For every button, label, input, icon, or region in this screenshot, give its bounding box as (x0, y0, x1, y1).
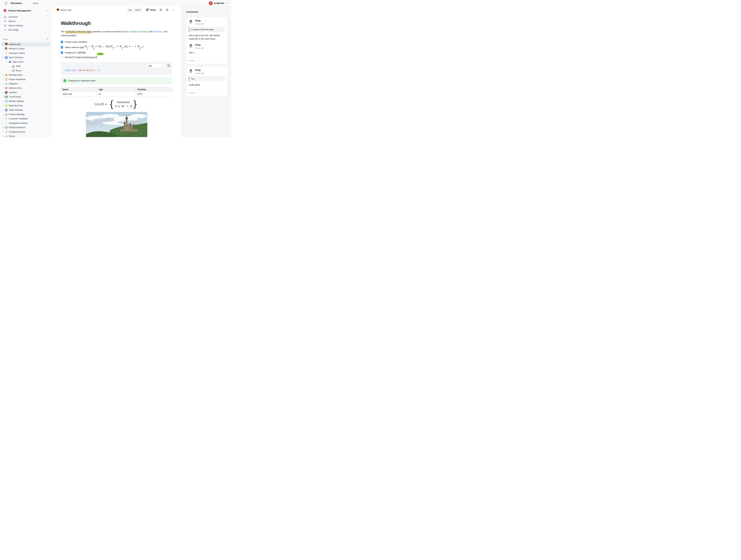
intro-paragraph: The Company Overview page provides a con… (61, 30, 171, 38)
page-tree-item-staff[interactable]: Staff (1, 64, 50, 68)
checkbox-checked[interactable] (61, 52, 63, 54)
comment-header: Philip 4 days ago (189, 69, 225, 74)
page-tree-item-diagrams[interactable]: ›Diagrams (1, 81, 50, 86)
page-tree-item-execs[interactable]: ›Execs (1, 68, 50, 73)
blue-link-text[interactable]: business (153, 30, 162, 33)
share-label: Share (150, 9, 156, 11)
page-title-label: Walkthrough (9, 43, 21, 46)
docmost-app: Docmost Home AI ACME INC PM Product Mana… (0, 0, 231, 137)
sidebar-item-overview[interactable]: Overview (0, 15, 51, 19)
checkbox-checked[interactable] (61, 46, 63, 49)
workspace-switcher[interactable]: AI ACME INC (209, 1, 231, 5)
app-logo[interactable]: Docmost (11, 2, 22, 5)
workspace-avatar: AI (209, 1, 213, 5)
page-tree-item-mission-vision[interactable]: ›Mission & Vision (1, 47, 50, 51)
page-tree-item-walkthrough[interactable]: ›Walkthrough (1, 42, 50, 47)
bullet-icon (2, 118, 4, 119)
page-tree-item-marketing-plan[interactable]: Marketing Plan (1, 103, 50, 108)
chevron-right-icon[interactable]: › (2, 82, 4, 85)
reply-input[interactable]: Reply... (189, 91, 225, 94)
left-brace: { (109, 100, 114, 108)
page-tree-item-sales-team[interactable]: ›Sales Team (1, 60, 50, 64)
table-cell[interactable]: Jane Doe (61, 91, 97, 97)
pin-icon (5, 122, 8, 124)
breadcrumb[interactable]: Walkthrough (57, 9, 71, 11)
page-tree-item-competitor-analysis[interactable]: Competitor Analysis (1, 121, 50, 125)
nav-home[interactable]: Home (33, 2, 39, 4)
more-options-button[interactable]: ⋯ (172, 9, 175, 11)
bullet-icon (2, 88, 4, 88)
top-bar-left: Docmost Home (0, 2, 39, 5)
sidebar-item-new-page[interactable]: New page (0, 27, 51, 32)
page-tree-item-vacation[interactable]: Vacation (1, 90, 50, 95)
sidebar-collapse-icon[interactable] (5, 2, 8, 5)
page-tree-item-meeting-notes[interactable]: Meeting Notes (1, 73, 50, 77)
paragraph-text: provides a concise summary of our (92, 30, 129, 33)
page-tree-item-weekly-updates[interactable]: Weekly Updates (1, 99, 50, 104)
code-token: ; (95, 69, 96, 71)
page-title-label: Travel Policy (9, 96, 21, 98)
todo-text: Create sales workflow (65, 41, 87, 43)
page-title-label: Mission & Vision (9, 48, 24, 50)
chevron-right-icon[interactable]: › (2, 48, 4, 50)
comment-card: Philip 4 days ago TwoLooks good. Reply..… (186, 66, 227, 97)
sidebar-item-search[interactable]: Search (0, 19, 51, 23)
collaborator-cursor-label: Philip (97, 53, 104, 55)
reply-input[interactable]: Reply... (189, 59, 225, 62)
page-tree-item-sales-strategy[interactable]: Sales Strategy (1, 108, 50, 112)
email-icon (5, 117, 8, 120)
pages-menu-button[interactable]: ⋯ (42, 38, 45, 41)
table-of-contents-icon[interactable] (166, 8, 169, 11)
add-page-button[interactable] (46, 38, 50, 41)
green-link-text[interactable]: company's history (129, 30, 147, 33)
math-block: L(A, Z) ≃ { functions V × W → Z } (61, 100, 172, 108)
share-button[interactable]: Share (146, 8, 156, 11)
page-tree-item-okrs-kpis[interactable]: OKRs & KPIs (1, 86, 50, 90)
flag-ar-icon (5, 100, 8, 103)
math-relation: ≃ (105, 103, 107, 106)
bullet-icon (2, 101, 4, 102)
page-tree-item-product-backlog[interactable]: Product Backlog (1, 112, 50, 117)
page-tree-item-travel-policy[interactable]: Travel Policy (1, 95, 50, 99)
page-tree-item-company-values[interactable]: Company Values (1, 51, 50, 55)
divider (189, 57, 225, 57)
page-tree-item-team-directory[interactable]: ›Team Directory (1, 55, 50, 60)
user-mention-chip[interactable]: @Philip (77, 51, 86, 54)
edit-mode-button[interactable]: Edit (127, 8, 134, 12)
copy-code-button[interactable] (167, 64, 170, 67)
math-lhs: L (94, 103, 96, 106)
chevron-right-icon[interactable]: › (2, 43, 4, 46)
todo-item: Assigned to @Philip (61, 51, 181, 54)
page-link[interactable]: Project Roadmap (75, 56, 93, 59)
code-content[interactable]: <?php echo "Hello World!"; ?> (64, 69, 169, 71)
read-mode-button[interactable]: Read (134, 8, 142, 12)
sidebar-item-space-settings[interactable]: Space settings (0, 23, 51, 27)
space-switcher[interactable]: PM Product Management (0, 8, 51, 13)
page-tree: ›Walkthrough›Mission & VisionCompany Val… (0, 42, 51, 137)
comment-card: Philip 4 days ago Company Overview pageW… (186, 17, 227, 64)
comments-panel: Comments Philip 4 days ago Company Overv… (181, 6, 231, 137)
table-header-cell: Age (97, 87, 136, 91)
paragraph-text: The (61, 30, 65, 33)
cyclist-icon (5, 135, 8, 137)
page-tree-item-project-roadmap[interactable]: Project Roadmap (1, 77, 50, 81)
quoted-text: Company Overview page (189, 27, 225, 32)
page-tree-item-company-events[interactable]: Company Events (1, 130, 50, 134)
page-tree-item-customer-feedback[interactable]: Customer Feedback (1, 117, 50, 121)
checkbox-unchecked[interactable] (61, 56, 63, 58)
page-tree-item-financial-reports[interactable]: Financial Reports (1, 125, 50, 130)
chevron-down-icon[interactable]: › (2, 56, 4, 58)
chevron-down-icon[interactable]: › (5, 61, 8, 63)
language-select[interactable]: php (147, 63, 165, 68)
page-title-label: Execs (16, 69, 22, 72)
code-token (96, 69, 98, 71)
page-tree-item-sports[interactable]: Sports (1, 134, 50, 137)
diamond-icon (5, 82, 8, 85)
comments-toggle-icon[interactable] (159, 8, 162, 11)
check-circle-icon (63, 79, 66, 82)
table-cell[interactable]: 21 (97, 91, 136, 97)
table-cell[interactable]: CFO (136, 91, 172, 97)
checkbox-checked[interactable] (61, 41, 63, 43)
page-title-label: Team Directory (9, 56, 23, 59)
chevron-right-icon[interactable]: › (9, 69, 11, 72)
